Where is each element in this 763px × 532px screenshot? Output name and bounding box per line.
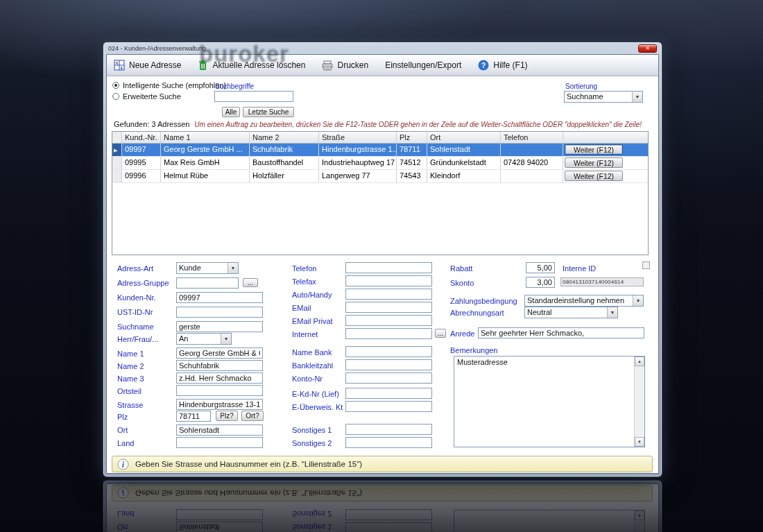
last-search-button[interactable]: Letzte Suche xyxy=(243,107,294,117)
kunden-nr-input[interactable] xyxy=(176,292,263,303)
land-input[interactable] xyxy=(176,437,263,448)
auto-handy-label: Auto/Handy xyxy=(292,291,332,299)
skonto-input[interactable] xyxy=(526,277,555,288)
new-address-button[interactable]: NE Neue Adresse xyxy=(114,60,181,71)
rabatt-input[interactable] xyxy=(526,262,555,273)
e-ueberweis-label: E-Überweis. Kt xyxy=(292,403,343,411)
auto-handy-input[interactable] xyxy=(345,289,432,300)
new-address-icon: NE xyxy=(114,60,125,71)
help-label: Hilfe (F1) xyxy=(493,60,527,70)
plz-input[interactable] xyxy=(176,411,211,422)
email-input[interactable] xyxy=(345,302,432,313)
col-kundnr[interactable]: Kund.-Nr. xyxy=(122,132,161,143)
table-row[interactable]: 09995 Max Reis GmbH Baustoffhandel Indus… xyxy=(112,157,648,170)
sort-select[interactable]: Suchname xyxy=(564,91,643,103)
name2-input[interactable] xyxy=(176,360,263,371)
table-row[interactable]: 09996 Helmut Rübe Holzfäller Langerweg 7… xyxy=(112,170,648,183)
bemerkungen-textarea[interactable]: Musteradresse xyxy=(454,356,645,447)
herr-frau-select[interactable]: An xyxy=(176,333,232,345)
zahlungsbedingung-select[interactable]: Standardeinstellung nehmen xyxy=(524,295,644,307)
ort-lookup-button[interactable]: Ort? xyxy=(241,411,264,421)
col-name1[interactable]: Name 1 xyxy=(161,132,250,143)
cell-strasse: Hindenburgstrasse 1... xyxy=(319,144,397,156)
name-bank-input[interactable] xyxy=(345,346,432,357)
telefax-input[interactable] xyxy=(345,275,432,286)
col-strasse[interactable]: Straße xyxy=(319,132,397,143)
bankleitzahl-label: Bankleitzahl xyxy=(292,361,333,370)
internet-browse-button[interactable]: ... xyxy=(435,329,446,338)
svg-text:E: E xyxy=(121,66,123,70)
col-name2[interactable]: Name 2 xyxy=(250,132,319,143)
telefon-input[interactable] xyxy=(345,262,432,273)
scrollbar[interactable] xyxy=(634,357,644,447)
interne-id-checkbox[interactable] xyxy=(642,261,650,269)
extended-search-radio[interactable]: Erweiterte Suche xyxy=(112,92,181,101)
svg-text:N: N xyxy=(116,61,119,65)
suchname-input[interactable] xyxy=(176,321,263,332)
settings-export-button[interactable]: Einstellungen/Export xyxy=(385,60,461,70)
smart-search-label: Intelligente Suche (empfohlen) xyxy=(123,81,226,89)
app-window: buroker 024 - Kunden-/Adressenverwaltung… xyxy=(103,42,662,477)
radio-selected-icon xyxy=(112,82,119,89)
sonstiges2-input[interactable] xyxy=(345,437,432,448)
cell-ort: Kleindorf xyxy=(427,170,501,182)
extended-search-label: Erweiterte Suche xyxy=(123,92,181,101)
e-kd-nr-input[interactable] xyxy=(345,388,432,399)
hint-text: Um einen Auftrag zu bearbeiten, drücken … xyxy=(194,121,642,128)
strasse-input[interactable] xyxy=(176,399,263,410)
table-row[interactable]: 09997 Georg Gerste GmbH ... Schuhfabrik … xyxy=(112,144,648,157)
e-ueberweis-input[interactable] xyxy=(345,401,432,412)
col-ort[interactable]: Ort xyxy=(427,132,501,143)
weiter-button[interactable]: Weiter (F12) xyxy=(565,171,623,181)
scroll-up-icon[interactable] xyxy=(635,357,644,366)
delete-address-label: Aktuelle Adresse löschen xyxy=(212,60,305,70)
adress-gruppe-browse-button[interactable]: ... xyxy=(243,278,258,287)
ortsteil-input[interactable] xyxy=(176,385,263,396)
konto-nr-input[interactable] xyxy=(345,372,432,384)
help-button[interactable]: ? Hilfe (F1) xyxy=(478,60,527,71)
bemerkungen-label: Bemerkungen xyxy=(450,346,498,354)
internet-input[interactable] xyxy=(345,328,432,339)
konto-nr-label: Konto-Nr xyxy=(292,375,323,383)
weiter-button[interactable]: Weiter (F12) xyxy=(565,157,623,168)
plz-lookup-button[interactable]: Plz? xyxy=(216,411,238,421)
sonstiges1-input[interactable] xyxy=(345,424,432,435)
window-title: 024 - Kunden-/Adressenverwaltung xyxy=(108,45,206,52)
search-input[interactable] xyxy=(214,91,293,102)
scroll-track[interactable] xyxy=(635,366,644,437)
skonto-label: Skonto xyxy=(450,279,474,287)
cell-name2: Baustoffhandel xyxy=(250,157,319,169)
email-privat-input[interactable] xyxy=(345,315,432,326)
scroll-down-icon[interactable] xyxy=(635,437,644,447)
window-titlebar[interactable]: 024 - Kunden-/Adressenverwaltung xyxy=(108,44,657,53)
trash-icon xyxy=(198,60,208,71)
cell-kundnr: 09995 xyxy=(122,157,161,169)
ort-label: Ort xyxy=(117,426,128,434)
all-button[interactable]: Alle xyxy=(222,107,240,117)
anrede-input[interactable] xyxy=(478,327,644,338)
settings-export-label: Einstellungen/Export xyxy=(385,60,461,70)
delete-address-button[interactable]: Aktuelle Adresse löschen xyxy=(198,60,305,71)
close-button[interactable] xyxy=(638,44,657,53)
name1-input[interactable] xyxy=(176,347,263,359)
abrechnungsart-label: Abrechnungsart xyxy=(450,309,504,317)
chevron-down-icon xyxy=(632,92,642,102)
col-telefon[interactable]: Telefon xyxy=(501,132,563,143)
adress-gruppe-label: Adress-Gruppe xyxy=(117,279,169,287)
ust-id-input[interactable] xyxy=(176,307,263,318)
ort-input[interactable] xyxy=(176,424,263,436)
name3-input[interactable] xyxy=(176,372,263,384)
window-body: NE Neue Adresse Aktuelle Adresse löschen… xyxy=(106,54,659,474)
smart-search-radio[interactable]: Intelligente Suche (empfohlen) xyxy=(112,81,226,89)
help-icon: ? xyxy=(478,60,489,71)
new-address-label: Neue Adresse xyxy=(129,60,181,70)
abrechnungsart-select[interactable]: Neutral xyxy=(524,307,618,318)
adress-art-select[interactable]: Kunde xyxy=(176,262,239,274)
weiter-button[interactable]: Weiter (F12) xyxy=(565,144,623,155)
e-kd-nr-label: E-Kd-Nr (Lief) xyxy=(292,390,339,398)
adress-gruppe-input[interactable] xyxy=(176,277,239,289)
ust-id-label: UST-ID-Nr xyxy=(117,308,153,316)
bankleitzahl-input[interactable] xyxy=(345,359,432,370)
print-button[interactable]: Drucken xyxy=(322,60,368,71)
col-plz[interactable]: Plz xyxy=(397,132,427,143)
